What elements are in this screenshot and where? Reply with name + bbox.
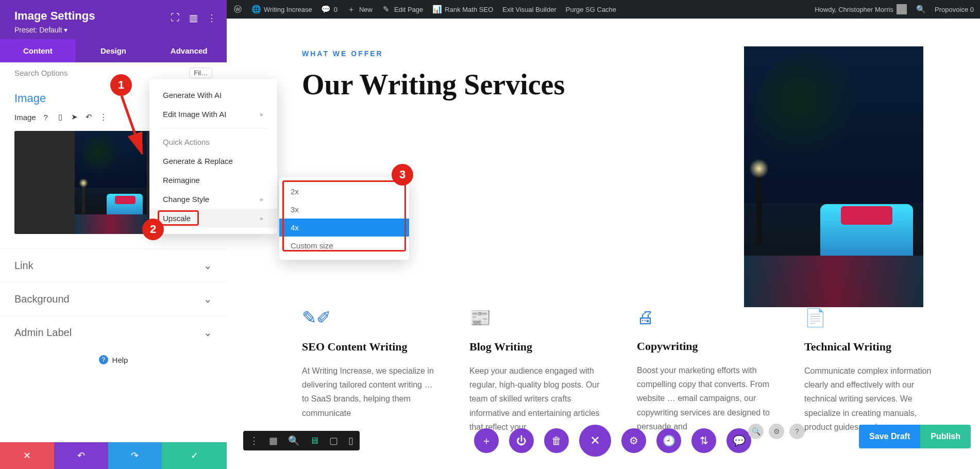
mini-gear-icon[interactable]: ⚙ xyxy=(769,424,784,439)
confirm-button[interactable]: ✓ xyxy=(162,442,227,469)
submenu-2x[interactable]: 2x xyxy=(279,182,409,200)
menu-edit-ai[interactable]: Edit Image With AI▸ xyxy=(149,105,277,124)
cursor-icon[interactable]: ➤ xyxy=(70,112,79,122)
menu-generate-replace[interactable]: Generate & Replace xyxy=(149,152,277,171)
svg-line-0 xyxy=(122,96,140,148)
avatar xyxy=(897,4,907,14)
service-body: Boost your marketing efforts with compel… xyxy=(637,363,776,433)
phone-icon[interactable]: ▯ xyxy=(56,112,65,122)
expand-icon[interactable]: ⛶ xyxy=(171,12,180,24)
submenu-custom[interactable]: Custom size xyxy=(279,237,409,255)
mobile-icon[interactable]: ▯ xyxy=(348,435,353,446)
hero-image[interactable] xyxy=(744,46,923,307)
chevron-right-icon: ▸ xyxy=(260,195,264,203)
service-body: Keep your audience engaged with regular,… xyxy=(469,364,609,434)
propovoice-link[interactable]: Propovoice 0 xyxy=(935,6,974,13)
service-body: At Writing Increase, we specialize in de… xyxy=(302,364,442,420)
annotation-3: 3 xyxy=(392,164,413,186)
accordion-admin-label[interactable]: Admin Label⌄ xyxy=(0,315,227,349)
menu-quick-heading: Quick Actions xyxy=(149,132,277,152)
doc-icon: 📄 xyxy=(804,307,944,328)
tab-design[interactable]: Design xyxy=(76,39,151,62)
chat-button[interactable]: 💬 xyxy=(726,428,751,453)
site-name[interactable]: 🌐Writing Increase xyxy=(251,5,312,14)
services-row: ✎✐ SEO Content Writing At Writing Increa… xyxy=(302,307,944,434)
chevron-down-icon: ⌄ xyxy=(204,326,212,339)
mini-help-icon[interactable]: ? xyxy=(789,424,805,439)
settings-button[interactable]: ⚙ xyxy=(621,428,646,453)
sidebar-footer: ✕ ↶ ↷ ✓ xyxy=(0,442,227,469)
submenu-4x[interactable]: 4x xyxy=(279,219,409,237)
image-label: Image xyxy=(14,113,36,122)
tab-content[interactable]: Content xyxy=(0,39,76,62)
edit-page-link[interactable]: ✎Edit Page xyxy=(382,5,423,14)
add-button[interactable]: ＋ xyxy=(474,428,499,453)
service-title: Technical Writing xyxy=(804,340,944,354)
sidebar-header: Image Settings Preset: Default ▾ ⛶ ▥ ⋮ xyxy=(0,0,227,39)
tools-icon: ✎✐ xyxy=(302,307,442,328)
purge-cache-link[interactable]: Purge SG Cache xyxy=(566,6,616,13)
cancel-button[interactable]: ✕ xyxy=(0,442,54,469)
accordion-background[interactable]: Background⌄ xyxy=(0,282,227,315)
service-blog: 📰 Blog Writing Keep your audience engage… xyxy=(469,307,609,434)
service-body: Communicate complex information clearly … xyxy=(804,364,944,434)
annotation-2: 2 xyxy=(142,219,164,240)
kebab-icon[interactable]: ⋮ xyxy=(207,12,216,24)
undo-button[interactable]: ↶ xyxy=(54,442,108,469)
search-options[interactable]: Search Options xyxy=(14,69,67,77)
service-title: Blog Writing xyxy=(469,340,609,354)
desktop-icon[interactable]: 🖥 xyxy=(310,435,319,446)
menu-generate-ai[interactable]: Generate With AI xyxy=(149,86,277,105)
submenu-3x[interactable]: 3x xyxy=(279,200,409,219)
publish-button[interactable]: Publish xyxy=(920,425,971,448)
power-button[interactable]: ⏻ xyxy=(509,428,534,453)
settings-sidebar: Image Settings Preset: Default ▾ ⛶ ▥ ⋮ C… xyxy=(0,0,227,469)
new-link[interactable]: ＋New xyxy=(347,5,373,14)
annotation-1: 1 xyxy=(110,74,132,96)
trash-button[interactable]: 🗑 xyxy=(544,428,569,453)
search-icon[interactable]: 🔍 xyxy=(916,5,925,14)
blog-icon: 📰 xyxy=(469,307,609,328)
help-badge-icon: ? xyxy=(99,355,108,364)
undo-icon[interactable]: ↶ xyxy=(85,112,94,122)
mini-search-icon[interactable]: 🔍 xyxy=(748,424,764,439)
zoom-icon[interactable]: 🔍 xyxy=(288,435,299,446)
accordion-link[interactable]: Link⌄ xyxy=(0,248,227,282)
tablet-icon[interactable]: ▢ xyxy=(329,435,338,446)
annotation-arrow xyxy=(117,93,148,155)
wp-logo[interactable]: ⓦ xyxy=(233,5,242,14)
wireframe-icon[interactable]: ▦ xyxy=(269,435,278,446)
device-toolbar: ⋮ ▦ 🔍 🖥 ▢ ▯ xyxy=(243,431,360,450)
service-technical: 📄 Technical Writing Communicate complex … xyxy=(804,307,944,434)
chevron-down-icon: ⌄ xyxy=(204,259,212,272)
save-draft-button[interactable]: Save Draft xyxy=(859,425,920,448)
close-builder-button[interactable]: ✕ xyxy=(579,425,611,457)
service-copy: 🖨 Copywriting Boost your marketing effor… xyxy=(637,307,776,434)
howdy-user[interactable]: Howdy, Christopher Morris xyxy=(815,4,907,14)
help-icon[interactable]: ? xyxy=(41,113,50,122)
print-icon: 🖨 xyxy=(637,307,776,327)
preset-dropdown[interactable]: Preset: Default ▾ xyxy=(14,26,212,34)
comments-link[interactable]: 💬0 xyxy=(322,5,337,14)
redo-button[interactable]: ↷ xyxy=(108,442,162,469)
kebab-small-icon[interactable]: ⋮ xyxy=(99,112,108,122)
wp-admin-bar: ⓦ 🌐Writing Increase 💬0 ＋New ✎Edit Page 📊… xyxy=(227,0,980,19)
menu-upscale[interactable]: Upscale▸ xyxy=(149,209,277,228)
chevron-right-icon: ▸ xyxy=(260,214,264,222)
dots-icon[interactable]: ⋮ xyxy=(249,435,259,446)
menu-reimagine[interactable]: Reimagine xyxy=(149,171,277,190)
history-button[interactable]: 🕘 xyxy=(656,428,681,453)
service-title: SEO Content Writing xyxy=(302,340,442,354)
menu-change-style[interactable]: Change Style▸ xyxy=(149,190,277,209)
sidebar-tabs: Content Design Advanced xyxy=(0,39,227,62)
filter-button[interactable]: Fil… xyxy=(189,68,212,78)
tab-advanced[interactable]: Advanced xyxy=(151,39,227,62)
panel-icon[interactable]: ▥ xyxy=(189,12,198,24)
publish-bar: Save Draft Publish xyxy=(859,425,971,448)
help-link[interactable]: ?Help xyxy=(0,349,227,375)
sort-button[interactable]: ⇅ xyxy=(691,428,716,453)
service-seo: ✎✐ SEO Content Writing At Writing Increa… xyxy=(302,307,442,434)
image-context-menu: Generate With AI Edit Image With AI▸ Qui… xyxy=(149,79,277,234)
exit-builder-link[interactable]: Exit Visual Builder xyxy=(502,6,556,13)
rankmath-link[interactable]: 📊Rank Math SEO xyxy=(432,5,493,14)
